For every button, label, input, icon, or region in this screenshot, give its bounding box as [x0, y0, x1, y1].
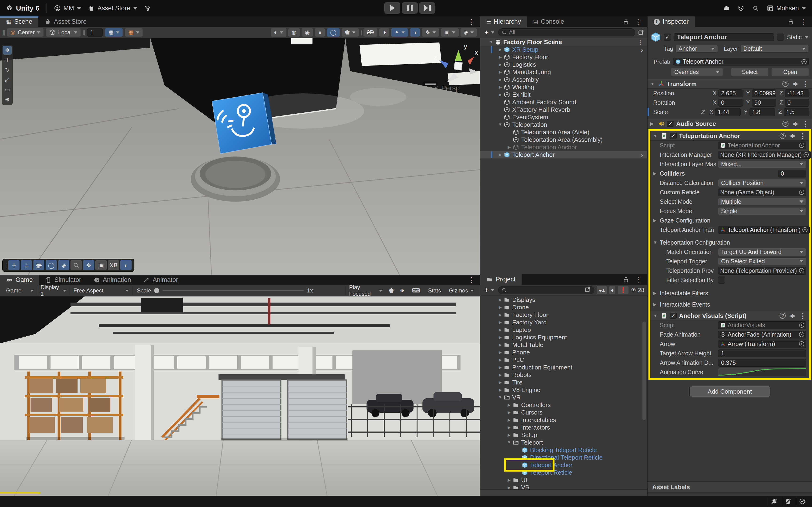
move-tool[interactable]: ✛ — [3, 56, 12, 64]
view-options-overlay-button[interactable]: ◯ — [46, 260, 57, 270]
expand-arrow-icon[interactable] — [497, 350, 504, 355]
shading-unlit-button[interactable]: ● — [315, 28, 325, 37]
expand-arrow-icon[interactable] — [506, 417, 513, 422]
expand-arrow-icon[interactable] — [497, 85, 504, 90]
tab-animation[interactable]: Animation — [87, 275, 137, 285]
open-new-window-icon[interactable] — [638, 29, 644, 36]
project-row[interactable]: Tire — [480, 379, 647, 386]
project-row[interactable]: VR — [480, 484, 647, 490]
object-picker-icon[interactable] — [799, 143, 804, 148]
gaze-configuration-foldout[interactable]: ▶ Gaze Configuration — [650, 216, 809, 225]
presets-icon[interactable]: ≑ — [793, 80, 798, 88]
project-row[interactable]: PLC — [480, 356, 647, 363]
project-row[interactable]: Directional Teleport Reticle — [480, 454, 647, 461]
script-object-field[interactable]: TeleportationAnchor — [718, 142, 806, 149]
transform-header[interactable]: ▼ Transform ? ≑ ⋮ — [648, 79, 812, 89]
gizmos-dropdown[interactable]: ◈ — [460, 28, 477, 37]
cloud-icon[interactable] — [723, 5, 730, 11]
object-picker-icon[interactable] — [799, 190, 804, 195]
camera-overlay-button[interactable]: ▣ — [95, 260, 107, 270]
hierarchy-row[interactable]: Exhibit — [480, 91, 647, 98]
step-button[interactable] — [419, 2, 435, 14]
tab-simulator[interactable]: Simulator — [39, 275, 87, 285]
colliders-count-field[interactable]: 0 — [778, 170, 806, 177]
expand-arrow-icon[interactable] — [506, 402, 513, 407]
account-menu[interactable]: MM — [54, 5, 81, 12]
asset-store-menu[interactable]: Asset Store — [88, 5, 138, 12]
layout-user-menu[interactable]: Mohsen — [767, 5, 806, 12]
hierarchy-row[interactable]: Teleportation Anchor — [480, 144, 647, 151]
open-button[interactable]: Open — [772, 68, 809, 76]
scene-audio-button[interactable]: 🕨 — [379, 28, 389, 37]
tab-inspector[interactable]: i Inspector — [648, 16, 695, 27]
object-picker-icon[interactable] — [801, 59, 807, 64]
project-row[interactable]: Factory Floor — [480, 311, 647, 319]
expand-arrow-icon[interactable] — [488, 40, 495, 44]
orientation-dropdown[interactable]: Local — [46, 28, 80, 37]
project-row[interactable]: Teleport Reticle — [480, 469, 647, 476]
play-button[interactable] — [385, 2, 400, 14]
game-gizmos-dropdown[interactable]: Gizmos — [446, 286, 477, 295]
expand-arrow-icon[interactable] — [506, 433, 513, 438]
hierarchy-row[interactable]: Factory Floor — [480, 53, 647, 61]
component-enabled-checkbox[interactable]: ✓ — [670, 313, 677, 319]
hierarchy-row[interactable]: Teleportation Area (Assembly) — [480, 136, 647, 144]
project-row[interactable]: Interactables — [480, 416, 647, 424]
project-row[interactable]: V8 Engine — [480, 386, 647, 394]
expand-arrow-icon[interactable] — [497, 47, 504, 52]
name-field[interactable]: Teleport Anchor — [674, 33, 774, 41]
expand-arrow-icon[interactable] — [497, 55, 504, 60]
lock-icon[interactable] — [623, 276, 629, 283]
expand-arrow-icon[interactable] — [497, 395, 504, 400]
scene-viewport[interactable]: y x z < Persp ✥ ✛ ↻ ⤢ ▭ ⊕ — [0, 38, 480, 275]
animation-curve-field[interactable] — [718, 368, 806, 376]
static-checkbox[interactable] — [777, 34, 784, 41]
project-search-input[interactable] — [498, 286, 595, 294]
toggle-2d-button[interactable]: 2D — [363, 28, 377, 37]
tools-overlay-button[interactable]: ✛ — [8, 260, 19, 270]
expand-arrow-icon[interactable] — [497, 342, 504, 347]
object-picker-icon[interactable] — [804, 152, 809, 157]
asset-labels-bar[interactable]: Asset Labels — [648, 481, 812, 493]
expand-arrow-icon[interactable] — [497, 357, 504, 362]
script-object-field[interactable]: AnchorVisuals — [718, 321, 806, 329]
project-scrollbar[interactable] — [642, 322, 646, 420]
lock-icon[interactable] — [623, 18, 629, 25]
hierarchy-row[interactable]: EventSystem — [480, 113, 647, 121]
expand-arrow-icon[interactable] — [497, 122, 504, 127]
hierarchy-row[interactable]: Factory Floor Scene — [480, 38, 647, 46]
stats-button[interactable]: Stats — [425, 286, 444, 295]
project-row[interactable]: Controllers — [480, 401, 647, 409]
teleport-trigger-dropdown[interactable]: On Select Exited — [718, 258, 806, 265]
shading-shaded-wire-button[interactable]: ◉ — [302, 28, 313, 37]
anchor-transform-field[interactable]: Teleport Anchor (Transform) — [718, 226, 810, 234]
panel-menu-icon[interactable]: ⋮ — [468, 17, 475, 26]
match-orientation-dropdown[interactable]: Target Up And Forward — [718, 248, 806, 256]
grid-visibility-button[interactable]: ▦ — [105, 28, 123, 37]
object-picker-icon[interactable] — [799, 341, 804, 346]
colliders-foldout-row[interactable]: ▶ Colliders 0 — [650, 169, 809, 178]
project-row[interactable]: Teleport — [480, 439, 647, 446]
draw-mode-dropdown[interactable]: ◐ — [271, 28, 287, 37]
expand-arrow-icon[interactable] — [497, 297, 504, 302]
tab-game[interactable]: Game — [0, 275, 39, 285]
project-row[interactable]: Factory Yard — [480, 319, 647, 326]
foldout-icon[interactable]: ▼ — [650, 81, 656, 87]
interaction-manager-field[interactable]: None (XR Interaction Manager) — [718, 151, 811, 159]
filter-favorites-button[interactable]: ❗ — [618, 286, 628, 294]
scale-slider-knob[interactable] — [154, 288, 159, 293]
presets-icon[interactable]: ≑ — [790, 132, 795, 139]
component-enabled-checkbox[interactable]: ✓ — [670, 133, 677, 139]
position-y-field[interactable]: 0.00999 — [752, 90, 776, 97]
project-row[interactable]: Laptop — [480, 326, 647, 334]
history-icon[interactable] — [738, 5, 744, 11]
help-icon[interactable]: ? — [779, 133, 786, 139]
help-icon[interactable]: ? — [782, 121, 789, 127]
teleportation-anchor-header[interactable]: ▼ ✓ Teleportation Anchor ? ≑ ⋮ — [650, 131, 809, 140]
play-mode-dropdown[interactable]: Play Focused — [345, 286, 386, 295]
pivot-mode-dropdown[interactable]: ◎ Center — [7, 28, 44, 37]
open-new-window-icon[interactable] — [584, 286, 591, 293]
shading-shaded-button[interactable]: ◯ — [327, 28, 340, 37]
hierarchy-row[interactable]: Manufacturing — [480, 68, 647, 76]
expand-arrow-icon[interactable] — [506, 477, 513, 483]
